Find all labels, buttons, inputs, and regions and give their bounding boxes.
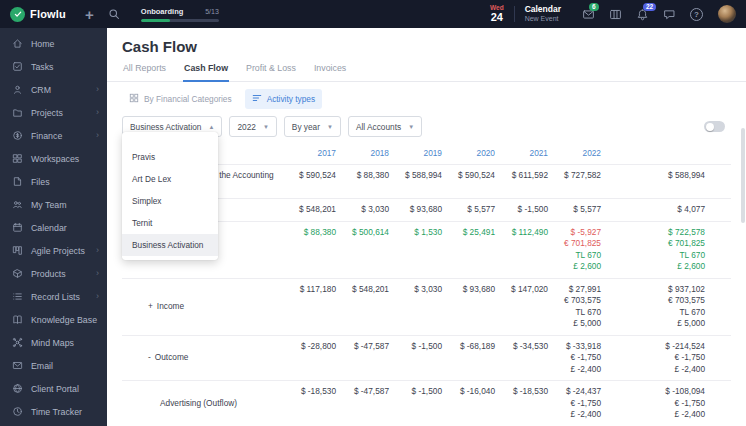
sidebar-item-workspaces[interactable]: Workspaces xyxy=(0,147,107,170)
sidebar-item-tasks[interactable]: Tasks xyxy=(0,55,107,78)
column-header-2021[interactable]: 2021 xyxy=(499,143,552,164)
sidebar-item-crm[interactable]: CRM› xyxy=(0,78,107,101)
tab-cash-flow[interactable]: Cash Flow xyxy=(183,63,229,82)
view-mode-by-financial-categories[interactable]: By Financial Categories xyxy=(122,89,239,109)
tab-invoices[interactable]: Invoices xyxy=(313,63,347,82)
app-logo[interactable]: Flowlu xyxy=(10,7,66,22)
sidebar-item-record-lists[interactable]: Record Lists› xyxy=(0,285,107,308)
sidebar-item-time-tracker[interactable]: Time Tracker xyxy=(0,400,107,423)
sidebar-item-projects[interactable]: Projects› xyxy=(0,101,107,124)
row-label[interactable]: +Income xyxy=(122,296,287,318)
email-icon xyxy=(12,360,23,371)
view-mode-activity-types[interactable]: Activity types xyxy=(245,89,322,109)
main-content: Cash Flow All ReportsCash FlowProfit & L… xyxy=(107,28,746,426)
value-cell: $ -28,800 xyxy=(287,336,340,358)
sidebar-item-label: Files xyxy=(31,177,99,187)
column-header-balance xyxy=(605,143,731,164)
inbox-button[interactable]: 6 xyxy=(582,8,595,21)
row-label: Advertising (Outflow) xyxy=(122,393,287,415)
scrollbar-thumb[interactable] xyxy=(741,128,745,223)
value-cell: $ 88,380 xyxy=(287,222,340,244)
row-label-text: Income xyxy=(157,301,184,311)
sidebar-item-label: Finance xyxy=(31,131,96,141)
table-row: Advertising (Outflow)$ -18,530$ -47,587$… xyxy=(122,380,731,426)
sidebar-item-client-portal[interactable]: Client Portal xyxy=(0,377,107,400)
row-expander[interactable]: + xyxy=(148,301,153,311)
tab-all-reports[interactable]: All Reports xyxy=(122,63,167,82)
value-cell: $ -18,530 xyxy=(499,381,552,403)
sidebar-item-email[interactable]: Email xyxy=(0,354,107,377)
menu-item-simplex[interactable]: Simplex xyxy=(122,190,218,212)
onboarding-widget[interactable]: Onboarding 5/13 xyxy=(141,7,219,22)
chat-button[interactable] xyxy=(663,8,676,21)
filter-period[interactable]: By year▼ xyxy=(284,116,341,137)
value-cell: $ -47,587 xyxy=(340,381,393,403)
quick-add-button[interactable]: + xyxy=(85,7,94,22)
sidebar-item-knowledge-base[interactable]: Knowledge Base xyxy=(0,308,107,331)
value-cell: $ 3,030 xyxy=(340,199,393,221)
thousands-toggle[interactable] xyxy=(704,121,725,132)
date-widget[interactable]: Wed 24 xyxy=(490,5,504,24)
value-cell: $ 3,030 xyxy=(393,279,446,301)
calendar-shortcut[interactable]: Calendar New Event xyxy=(525,4,561,23)
sidebar-item-agile-projects[interactable]: Agile Projects› xyxy=(0,239,107,262)
column-header-2022[interactable]: 2022 xyxy=(552,143,605,164)
new-event-label: New Event xyxy=(525,15,561,24)
menu-item-ternit[interactable]: Ternit xyxy=(122,212,218,234)
column-header-2020[interactable]: 2020 xyxy=(446,143,499,164)
sidebar-item-label: CRM xyxy=(31,85,96,95)
chevron-right-icon: › xyxy=(96,85,99,94)
filter-year[interactable]: 2022▼ xyxy=(229,116,276,137)
chevron-up-icon: ▲ xyxy=(208,124,214,130)
time-tracker-icon xyxy=(12,406,23,417)
value-cell: $ -33,918€ -1,750£ -2,400 xyxy=(552,336,605,381)
search-icon xyxy=(108,8,120,20)
sidebar-item-files[interactable]: Files xyxy=(0,170,107,193)
sidebar-item-my-team[interactable]: My Team xyxy=(0,193,107,216)
help-icon: ? xyxy=(690,8,703,21)
chevron-right-icon: › xyxy=(96,269,99,278)
kanban-button[interactable] xyxy=(609,8,622,21)
chevron-right-icon: › xyxy=(96,131,99,140)
notifications-button[interactable]: 22 xyxy=(636,8,649,21)
user-avatar[interactable] xyxy=(718,5,736,23)
sidebar-item-label: Client Portal xyxy=(31,384,99,394)
column-header-2018[interactable]: 2018 xyxy=(340,143,393,164)
search-button[interactable] xyxy=(108,8,120,20)
tasks-icon xyxy=(12,61,23,72)
value-cell: $ 93,680 xyxy=(393,199,446,221)
menu-item-pravis[interactable]: Pravis xyxy=(122,146,218,168)
chat-icon xyxy=(663,8,676,21)
table-row: -Outcome$ -28,800$ -47,587$ -1,500$ -68,… xyxy=(122,335,731,381)
menu-item-business-activation[interactable]: Business Activation xyxy=(122,234,218,256)
page-title: Cash Flow xyxy=(122,38,746,55)
filter-period-value: By year xyxy=(292,122,320,132)
sidebar-item-mind-maps[interactable]: Mind Maps xyxy=(0,331,107,354)
table-row: +Income$ 117,180$ 548,201$ 3,030$ 93,680… xyxy=(122,278,731,335)
filter-accounts[interactable]: All Accounts▼ xyxy=(348,116,422,137)
value-cell: $ -1,500 xyxy=(393,336,446,358)
sidebar-item-finance[interactable]: Finance› xyxy=(0,124,107,147)
value-cell: $ -34,530 xyxy=(499,336,552,358)
vertical-scrollbar[interactable] xyxy=(741,128,745,298)
kanban-icon xyxy=(609,8,622,21)
tab-profit-loss[interactable]: Profit & Loss xyxy=(245,63,297,82)
sidebar-item-label: Tasks xyxy=(31,62,99,72)
mind-maps-icon xyxy=(12,337,23,348)
column-header-2017[interactable]: 2017 xyxy=(287,143,340,164)
sidebar-item-label: Record Lists xyxy=(31,292,96,302)
menu-item-art-de-lex[interactable]: Art De Lex xyxy=(122,168,218,190)
value-cell: $ 27,991€ 703,575TL 670£ 5,000 xyxy=(552,279,605,335)
filter-category-value: Business Activation xyxy=(130,122,201,132)
sidebar-item-products[interactable]: Products› xyxy=(0,262,107,285)
help-button[interactable]: ? xyxy=(690,8,703,21)
row-label[interactable]: -Outcome xyxy=(122,347,287,369)
sidebar-item-home[interactable]: Home xyxy=(0,32,107,55)
value-cell: $ 727,582 xyxy=(552,165,605,187)
column-header-2019[interactable]: 2019 xyxy=(393,143,446,164)
chevron-down-icon: ▼ xyxy=(263,124,269,130)
sidebar-item-calendar[interactable]: Calendar xyxy=(0,216,107,239)
onboarding-label: Onboarding xyxy=(141,7,184,16)
sidebar: HomeTasksCRM›Projects›Finance›Workspaces… xyxy=(0,28,107,426)
row-expander[interactable]: - xyxy=(148,352,151,362)
